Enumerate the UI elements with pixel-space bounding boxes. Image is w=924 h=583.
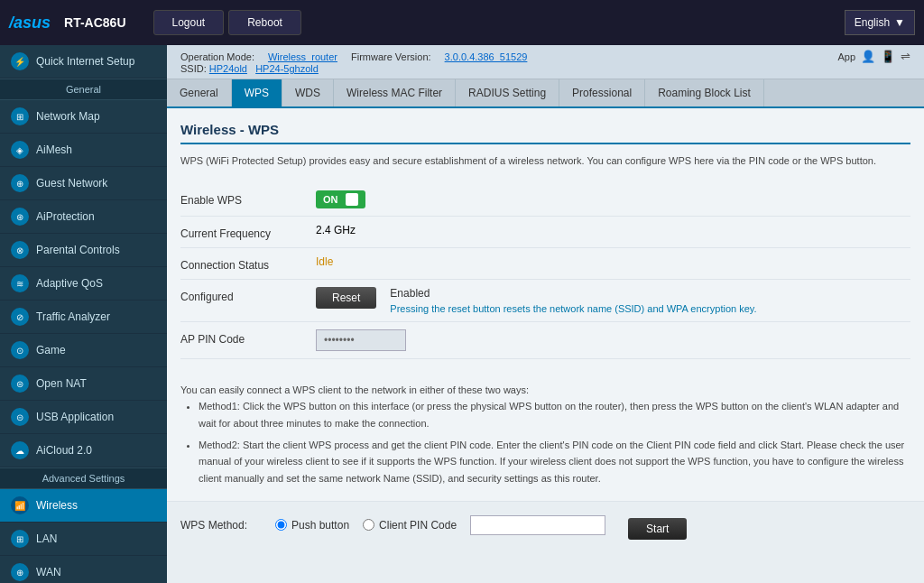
quick-internet-icon: ⚡ [11, 52, 29, 70]
sidebar-label-network-map: Network Map [36, 110, 100, 123]
connection-status-label: Connection Status [180, 255, 316, 272]
sidebar-section-advanced: Advanced Settings [0, 467, 167, 489]
logout-button[interactable]: Logout [153, 10, 225, 35]
lan-icon: ⊞ [11, 530, 29, 548]
asus-logo: /asus [9, 14, 51, 32]
configured-control: Reset Enabled Pressing the reset button … [316, 287, 910, 314]
panel-title: Wireless - WPS [180, 122, 910, 144]
sidebar-item-wan[interactable]: ⊕ WAN [0, 556, 167, 583]
panel-description: WPS (WiFi Protected Setup) provides easy… [180, 153, 910, 170]
sidebar-label-lan: LAN [36, 532, 57, 545]
ssid2-link[interactable]: HP24-5ghzold [255, 63, 319, 74]
enable-wps-row: Enable WPS ON [180, 183, 910, 217]
person-icon[interactable]: 👤 [861, 50, 875, 63]
info-method1: Method1: Click the WPS button on this in… [199, 398, 910, 431]
sidebar-label-usb-application: USB Application [36, 411, 114, 423]
ap-pin-code-control [316, 329, 910, 351]
sidebar-label-adaptive-qos: Adaptive QoS [36, 277, 103, 290]
header-buttons: Logout Reboot [153, 10, 301, 35]
sidebar-item-open-nat[interactable]: ⊜ Open NAT [0, 367, 167, 401]
configured-label: Configured [180, 287, 316, 303]
ssid1-link[interactable]: HP24old [209, 63, 247, 74]
sidebar-item-aiprotection[interactable]: ⊛ AiProtection [0, 200, 167, 234]
sidebar-item-parental-controls[interactable]: ⊗ Parental Controls [0, 234, 167, 267]
guest-network-icon: ⊕ [11, 174, 29, 192]
sidebar-item-game[interactable]: ⊙ Game [0, 334, 167, 367]
parental-controls-icon: ⊗ [11, 241, 29, 259]
toggle-knob [346, 193, 358, 206]
sidebar-section-general: General [0, 79, 167, 100]
router-model: RT-AC86U [64, 15, 125, 30]
push-button-radio-group: Push button [275, 519, 349, 532]
connection-status-row: Connection Status Idle [180, 248, 910, 280]
network-map-icon: ⊞ [11, 107, 29, 125]
ap-pin-code-label: AP PIN Code [180, 329, 316, 346]
client-pin-radio[interactable] [363, 519, 374, 531]
firmware-label: Firmware Version: [351, 51, 431, 62]
info-section: You can easily connect a WPS client to t… [167, 373, 924, 501]
tab-wds[interactable]: WDS [282, 79, 334, 106]
sidebar-label-parental-controls: Parental Controls [36, 244, 120, 256]
configured-row: Configured Reset Enabled Pressing the re… [180, 280, 910, 322]
tab-wps[interactable]: WPS [232, 79, 282, 106]
main-container: ⚡ Quick Internet Setup General ⊞ Network… [0, 45, 924, 583]
op-bar-row: Operation Mode: Wireless_router Firmware… [180, 50, 910, 63]
tab-general[interactable]: General [167, 79, 232, 106]
app-icons: App 👤 📱 ⇌ [837, 50, 910, 63]
wan-icon: ⊕ [11, 563, 29, 581]
sidebar-item-aicloud[interactable]: ☁ AiCloud 2.0 [0, 434, 167, 467]
sidebar-item-aimesh[interactable]: ◈ AiMesh [0, 134, 167, 167]
operation-mode-value[interactable]: Wireless_router [268, 51, 337, 62]
wps-method-label: WPS Method: [180, 519, 262, 532]
app-label: App [837, 51, 855, 62]
ap-pin-code-row: AP PIN Code [180, 322, 910, 359]
tab-roaming-block-list[interactable]: Roaming Block List [645, 79, 764, 106]
push-button-radio[interactable] [275, 519, 287, 531]
sidebar-item-guest-network[interactable]: ⊕ Guest Network [0, 167, 167, 200]
sidebar-label-guest-network: Guest Network [36, 177, 107, 190]
current-frequency-value: 2.4 GHz [316, 224, 910, 236]
tab-wireless-mac-filter[interactable]: Wireless MAC Filter [334, 79, 456, 106]
traffic-analyzer-icon: ⊘ [11, 308, 29, 326]
enable-wps-control: ON [316, 190, 910, 208]
info-list: Method1: Click the WPS button on this in… [180, 398, 910, 486]
current-frequency-row: Current Frequency 2.4 GHz [180, 217, 910, 248]
sidebar-label-wireless: Wireless [36, 499, 78, 512]
configured-value: Enabled [390, 287, 430, 300]
client-pin-label: Client PIN Code [379, 519, 457, 532]
tab-professional[interactable]: Professional [559, 79, 645, 106]
aicloud-icon: ☁ [11, 441, 29, 459]
info-intro: You can easily connect a WPS client to t… [180, 382, 910, 399]
wps-toggle[interactable]: ON [316, 190, 365, 208]
language-select[interactable]: English ▼ [845, 10, 915, 35]
firmware-value[interactable]: 3.0.0.4.386_51529 [445, 51, 528, 62]
sidebar-item-usb-application[interactable]: ⊝ USB Application [0, 401, 167, 434]
sidebar-item-wireless[interactable]: 📶 Wireless [0, 489, 167, 523]
tab-radius-setting[interactable]: RADIUS Setting [456, 79, 559, 106]
mobile-icon[interactable]: 📱 [881, 50, 895, 63]
reset-button[interactable]: Reset [316, 287, 376, 309]
sidebar-label-traffic-analyzer: Traffic Analyzer [36, 310, 110, 323]
ssid-row: SSID: HP24old HP24-5ghzold [180, 63, 910, 74]
panel: Wireless - WPS WPS (WiFi Protected Setup… [167, 108, 924, 373]
sidebar-item-traffic-analyzer[interactable]: ⊘ Traffic Analyzer [0, 301, 167, 334]
share-icon[interactable]: ⇌ [901, 50, 910, 63]
start-button[interactable]: Start [628, 518, 687, 540]
sidebar-item-quick-internet[interactable]: ⚡ Quick Internet Setup [0, 45, 167, 79]
usb-application-icon: ⊝ [11, 408, 29, 426]
wireless-icon: 📶 [11, 496, 29, 514]
sidebar-label-open-nat: Open NAT [36, 377, 87, 390]
sidebar-label-aiprotection: AiProtection [36, 210, 95, 223]
sidebar-label-game: Game [36, 344, 66, 356]
client-pin-input[interactable] [470, 515, 605, 535]
operation-bar: Operation Mode: Wireless_router Firmware… [167, 45, 924, 79]
sidebar-item-adaptive-qos[interactable]: ≋ Adaptive QoS [0, 267, 167, 301]
sidebar-item-network-map[interactable]: ⊞ Network Map [0, 100, 167, 134]
sidebar-item-lan[interactable]: ⊞ LAN [0, 523, 167, 556]
aiprotection-icon: ⊛ [11, 208, 29, 226]
ap-pin-code-input[interactable] [316, 329, 406, 351]
client-pin-radio-group: Client PIN Code [363, 519, 457, 532]
sidebar-label-aicloud: AiCloud 2.0 [36, 444, 92, 457]
sidebar: ⚡ Quick Internet Setup General ⊞ Network… [0, 45, 167, 583]
reboot-button[interactable]: Reboot [228, 10, 301, 35]
